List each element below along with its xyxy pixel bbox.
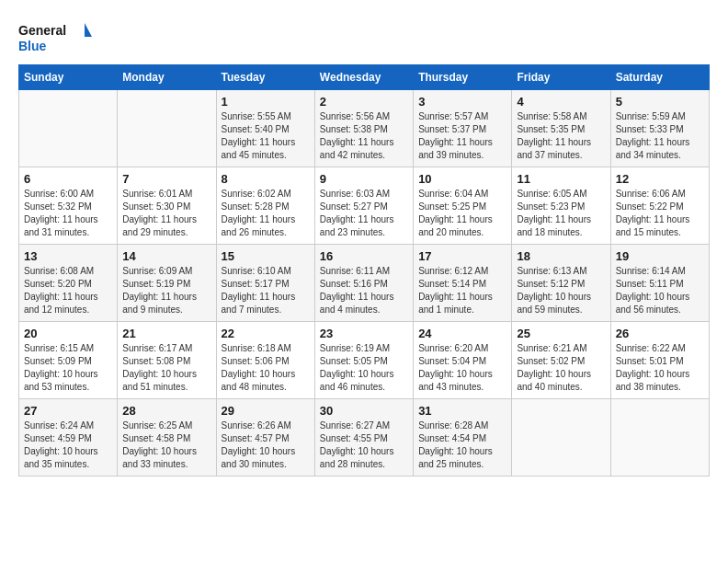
day-number: 12 xyxy=(616,172,704,186)
calendar-cell xyxy=(610,399,709,477)
day-info: Sunrise: 6:22 AM Sunset: 5:01 PM Dayligh… xyxy=(616,342,704,394)
day-info: Sunrise: 6:11 AM Sunset: 5:16 PM Dayligh… xyxy=(320,265,408,316)
calendar-cell: 7Sunrise: 6:01 AM Sunset: 5:30 PM Daylig… xyxy=(118,167,216,245)
day-info: Sunrise: 6:14 AM Sunset: 5:11 PM Dayligh… xyxy=(616,265,704,316)
day-number: 31 xyxy=(418,404,506,418)
calendar-cell xyxy=(118,90,216,167)
day-info: Sunrise: 6:21 AM Sunset: 5:02 PM Dayligh… xyxy=(517,342,605,394)
day-number: 28 xyxy=(122,404,210,418)
calendar-table: SundayMondayTuesdayWednesdayThursdayFrid… xyxy=(18,64,710,477)
calendar-cell: 23Sunrise: 6:19 AM Sunset: 5:05 PM Dayli… xyxy=(314,322,413,399)
calendar-cell: 27Sunrise: 6:24 AM Sunset: 4:59 PM Dayli… xyxy=(19,399,118,477)
calendar-cell: 24Sunrise: 6:20 AM Sunset: 5:04 PM Dayli… xyxy=(414,322,512,399)
calendar-cell: 2Sunrise: 5:56 AM Sunset: 5:38 PM Daylig… xyxy=(314,90,413,167)
day-number: 19 xyxy=(616,249,704,263)
header-thursday: Thursday xyxy=(414,65,512,90)
day-info: Sunrise: 6:19 AM Sunset: 5:05 PM Dayligh… xyxy=(320,342,408,394)
day-number: 29 xyxy=(222,404,310,418)
calendar-week-1: 6Sunrise: 6:00 AM Sunset: 5:32 PM Daylig… xyxy=(19,167,710,245)
day-info: Sunrise: 5:57 AM Sunset: 5:37 PM Dayligh… xyxy=(418,110,506,162)
day-info: Sunrise: 6:04 AM Sunset: 5:25 PM Dayligh… xyxy=(418,188,506,239)
day-info: Sunrise: 5:59 AM Sunset: 5:33 PM Dayligh… xyxy=(616,110,704,162)
header-monday: Monday xyxy=(118,65,216,90)
day-number: 10 xyxy=(418,172,506,186)
calendar-cell: 31Sunrise: 6:28 AM Sunset: 4:54 PM Dayli… xyxy=(414,399,512,477)
day-info: Sunrise: 6:12 AM Sunset: 5:14 PM Dayligh… xyxy=(418,265,506,316)
day-info: Sunrise: 6:26 AM Sunset: 4:57 PM Dayligh… xyxy=(222,419,310,471)
day-number: 25 xyxy=(517,327,605,340)
day-number: 23 xyxy=(320,327,408,340)
calendar-week-3: 20Sunrise: 6:15 AM Sunset: 5:09 PM Dayli… xyxy=(19,322,710,399)
day-number: 4 xyxy=(517,95,605,109)
calendar-cell: 21Sunrise: 6:17 AM Sunset: 5:08 PM Dayli… xyxy=(118,322,216,399)
day-info: Sunrise: 6:10 AM Sunset: 5:17 PM Dayligh… xyxy=(222,265,310,316)
day-number: 20 xyxy=(24,327,112,340)
header-row: SundayMondayTuesdayWednesdayThursdayFrid… xyxy=(19,65,710,90)
calendar-cell xyxy=(19,90,118,167)
calendar-week-0: 1Sunrise: 5:55 AM Sunset: 5:40 PM Daylig… xyxy=(19,90,710,167)
calendar-cell: 10Sunrise: 6:04 AM Sunset: 5:25 PM Dayli… xyxy=(414,167,512,245)
day-number: 9 xyxy=(320,172,408,186)
day-number: 11 xyxy=(517,172,605,186)
calendar-body: 1Sunrise: 5:55 AM Sunset: 5:40 PM Daylig… xyxy=(19,90,710,477)
calendar-cell: 9Sunrise: 6:03 AM Sunset: 5:27 PM Daylig… xyxy=(314,167,413,245)
calendar-cell: 3Sunrise: 5:57 AM Sunset: 5:37 PM Daylig… xyxy=(414,90,512,167)
calendar-cell: 30Sunrise: 6:27 AM Sunset: 4:55 PM Dayli… xyxy=(314,399,413,477)
day-info: Sunrise: 5:55 AM Sunset: 5:40 PM Dayligh… xyxy=(222,110,310,162)
day-number: 16 xyxy=(320,249,408,263)
day-number: 1 xyxy=(222,95,310,109)
day-number: 8 xyxy=(222,172,310,186)
calendar-cell: 25Sunrise: 6:21 AM Sunset: 5:02 PM Dayli… xyxy=(512,322,610,399)
svg-text:General: General xyxy=(18,23,66,38)
logo: General Blue xyxy=(18,18,92,55)
calendar-cell: 19Sunrise: 6:14 AM Sunset: 5:11 PM Dayli… xyxy=(610,245,709,322)
day-info: Sunrise: 6:18 AM Sunset: 5:06 PM Dayligh… xyxy=(222,342,310,394)
calendar-cell: 11Sunrise: 6:05 AM Sunset: 5:23 PM Dayli… xyxy=(512,167,610,245)
day-number: 6 xyxy=(24,172,112,186)
day-info: Sunrise: 6:28 AM Sunset: 4:54 PM Dayligh… xyxy=(418,419,506,471)
day-number: 26 xyxy=(616,327,704,340)
header-tuesday: Tuesday xyxy=(216,65,314,90)
header-sunday: Sunday xyxy=(19,65,118,90)
svg-text:Blue: Blue xyxy=(18,39,47,53)
calendar-cell: 26Sunrise: 6:22 AM Sunset: 5:01 PM Dayli… xyxy=(610,322,709,399)
day-info: Sunrise: 6:17 AM Sunset: 5:08 PM Dayligh… xyxy=(122,342,210,394)
day-info: Sunrise: 6:25 AM Sunset: 4:58 PM Dayligh… xyxy=(122,419,210,471)
header-friday: Friday xyxy=(512,65,610,90)
calendar-cell: 16Sunrise: 6:11 AM Sunset: 5:16 PM Dayli… xyxy=(314,245,413,322)
day-info: Sunrise: 6:01 AM Sunset: 5:30 PM Dayligh… xyxy=(122,188,210,239)
calendar-cell: 22Sunrise: 6:18 AM Sunset: 5:06 PM Dayli… xyxy=(216,322,314,399)
day-info: Sunrise: 6:08 AM Sunset: 5:20 PM Dayligh… xyxy=(24,265,112,316)
day-info: Sunrise: 6:06 AM Sunset: 5:22 PM Dayligh… xyxy=(616,188,704,239)
calendar-cell xyxy=(512,399,610,477)
day-number: 22 xyxy=(222,327,310,340)
day-number: 2 xyxy=(320,95,408,109)
calendar-cell: 14Sunrise: 6:09 AM Sunset: 5:19 PM Dayli… xyxy=(118,245,216,322)
header-wednesday: Wednesday xyxy=(314,65,413,90)
day-number: 5 xyxy=(616,95,704,109)
calendar-week-2: 13Sunrise: 6:08 AM Sunset: 5:20 PM Dayli… xyxy=(19,245,710,322)
day-number: 21 xyxy=(122,327,210,340)
calendar-cell: 8Sunrise: 6:02 AM Sunset: 5:28 PM Daylig… xyxy=(216,167,314,245)
day-info: Sunrise: 6:02 AM Sunset: 5:28 PM Dayligh… xyxy=(222,188,310,239)
day-info: Sunrise: 6:05 AM Sunset: 5:23 PM Dayligh… xyxy=(517,188,605,239)
calendar-cell: 28Sunrise: 6:25 AM Sunset: 4:58 PM Dayli… xyxy=(118,399,216,477)
calendar-cell: 15Sunrise: 6:10 AM Sunset: 5:17 PM Dayli… xyxy=(216,245,314,322)
day-number: 7 xyxy=(122,172,210,186)
day-number: 24 xyxy=(418,327,506,340)
day-number: 17 xyxy=(418,249,506,263)
day-info: Sunrise: 6:13 AM Sunset: 5:12 PM Dayligh… xyxy=(517,265,605,316)
day-info: Sunrise: 6:24 AM Sunset: 4:59 PM Dayligh… xyxy=(24,419,112,471)
day-info: Sunrise: 5:58 AM Sunset: 5:35 PM Dayligh… xyxy=(517,110,605,162)
calendar-cell: 12Sunrise: 6:06 AM Sunset: 5:22 PM Dayli… xyxy=(610,167,709,245)
calendar-cell: 18Sunrise: 6:13 AM Sunset: 5:12 PM Dayli… xyxy=(512,245,610,322)
calendar-cell: 13Sunrise: 6:08 AM Sunset: 5:20 PM Dayli… xyxy=(19,245,118,322)
svg-marker-2 xyxy=(85,23,92,37)
day-info: Sunrise: 6:27 AM Sunset: 4:55 PM Dayligh… xyxy=(320,419,408,471)
calendar-cell: 29Sunrise: 6:26 AM Sunset: 4:57 PM Dayli… xyxy=(216,399,314,477)
day-number: 18 xyxy=(517,249,605,263)
calendar-header: SundayMondayTuesdayWednesdayThursdayFrid… xyxy=(19,65,710,90)
day-number: 13 xyxy=(24,249,112,263)
header-saturday: Saturday xyxy=(610,65,709,90)
calendar-cell: 5Sunrise: 5:59 AM Sunset: 5:33 PM Daylig… xyxy=(610,90,709,167)
